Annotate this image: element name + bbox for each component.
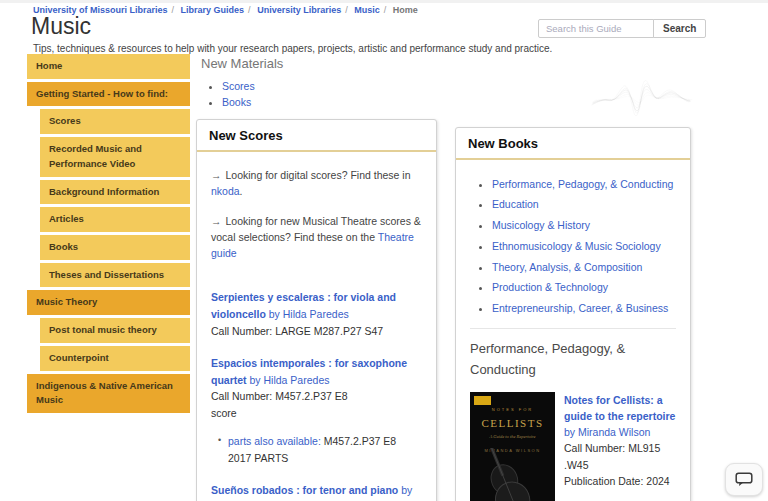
score-list-item: Serpientes y escaleras : for viola and v… <box>211 289 422 339</box>
breadcrumb-current: Home <box>393 5 418 15</box>
breadcrumb-separator: / <box>384 5 387 15</box>
guide-navigation: Home Getting Started - How to find: Scor… <box>27 54 190 416</box>
guide-search: Search <box>538 19 706 38</box>
list-item: Entrepreneurship, Career, & Business <box>492 300 676 316</box>
sidebar-item[interactable]: Background Information <box>40 180 190 205</box>
top-strip <box>0 0 768 3</box>
book-category-link[interactable]: Production & Technology <box>492 281 608 293</box>
new-scores-panel: New Scores →Looking for digital scores? … <box>196 119 437 501</box>
note-link[interactable]: nkoda <box>211 185 240 197</box>
cover-badge <box>474 396 491 405</box>
book-category-link[interactable]: Ethnomusicology & Music Sociology <box>492 240 661 252</box>
list-item: Production & Technology <box>492 279 676 295</box>
breadcrumb-separator: / <box>172 5 175 15</box>
publication-date: Publication Date: 2024 <box>564 473 676 489</box>
score-list-item: Sueños robados : for tenor and piano by … <box>211 482 422 501</box>
book-category-link[interactable]: Musicology & History <box>492 219 590 231</box>
list-item: Books <box>222 96 439 108</box>
sidebar-item[interactable]: Articles <box>40 207 190 232</box>
call-number: Call Number: LARGE M287.P27 S47 <box>211 323 422 340</box>
book-byline: by Miranda Wilson <box>564 426 650 438</box>
cello-illustration <box>470 448 555 501</box>
arrow-icon: → <box>211 169 222 181</box>
chat-button[interactable] <box>725 463 763 496</box>
sidebar-item[interactable]: Post tonal music theory <box>40 318 190 343</box>
also-available-row: parts also available: M457.2.P37 E8 2017… <box>218 433 422 467</box>
books-section-heading: Performance, Pedagogy, & Conducting <box>470 339 676 379</box>
book-category-link[interactable]: Theory, Analysis, & Composition <box>492 261 642 273</box>
list-item: Scores <box>222 80 439 92</box>
list-item: Theory, Analysis, & Composition <box>492 259 676 275</box>
breadcrumb-link[interactable]: Library Guides <box>181 5 245 15</box>
also-available-link[interactable]: parts also available: <box>228 435 321 447</box>
sidebar-item[interactable]: Counterpoint <box>40 346 190 371</box>
score-list-item: Espacios intemporales : for saxophone qu… <box>211 355 422 467</box>
new-materials-link[interactable]: Books <box>222 96 251 108</box>
sidebar-item[interactable]: Theses and Dissertations <box>40 263 190 288</box>
score-byline: by Hilda Paredes <box>247 374 330 386</box>
list-item: Ethnomusicology & Music Sociology <box>492 238 676 254</box>
sidebar-item[interactable]: Scores <box>40 109 190 134</box>
page-subtitle: Tips, techniques & resources to help wit… <box>33 43 552 54</box>
sidebar-item[interactable]: Home <box>27 54 190 79</box>
page-title: Music <box>31 13 91 40</box>
new-scores-heading: New Scores <box>197 120 436 152</box>
sidebar-item[interactable]: Books <box>40 235 190 260</box>
new-materials-section: New Materials Scores Books <box>201 56 439 112</box>
book-category-link[interactable]: Education <box>492 198 539 210</box>
list-item: Musicology & History <box>492 217 676 233</box>
soundwave-decoration <box>590 72 695 122</box>
chat-bubble-icon <box>735 472 753 487</box>
divider <box>470 328 676 329</box>
score-title-link[interactable]: Sueños robados : for tenor and piano <box>211 484 398 496</box>
sidebar-item[interactable]: Music Theory <box>27 290 190 315</box>
sidebar-item[interactable]: Recorded Music and Performance Video <box>40 137 190 176</box>
breadcrumb-separator: / <box>248 5 251 15</box>
format-note: score <box>211 405 422 422</box>
list-item: Performance, Pedagogy, & Conducting <box>492 176 676 192</box>
list-item: Education <box>492 196 676 212</box>
breadcrumb-separator: / <box>345 5 348 15</box>
call-number: Call Number: ML915 .W45 <box>564 440 676 473</box>
breadcrumb-link[interactable]: University Libraries <box>257 5 341 15</box>
book-category-link[interactable]: Entrepreneurship, Career, & Business <box>492 302 668 314</box>
search-input[interactable] <box>538 19 654 38</box>
book-list-item: NOTES FOR CELLISTS A Guide to the Repert… <box>470 392 676 501</box>
book-category-link[interactable]: Performance, Pedagogy, & Conducting <box>492 178 673 190</box>
score-note: →Looking for new Musical Theatre scores … <box>211 213 422 262</box>
call-number: Call Number: M457.2.P37 E8 <box>211 388 422 405</box>
book-title-link[interactable]: Notes for Cellists: a guide to the reper… <box>564 394 675 422</box>
score-note: →Looking for digital scores? Find these … <box>211 167 422 200</box>
new-books-heading: New Books <box>456 128 690 160</box>
new-materials-link[interactable]: Scores <box>222 80 255 92</box>
score-byline: by Hilda Paredes <box>266 308 349 320</box>
breadcrumb-link[interactable]: Music <box>354 5 380 15</box>
search-button[interactable]: Search <box>653 19 706 38</box>
new-books-panel: New Books Performance, Pedagogy, & Condu… <box>455 127 691 501</box>
book-cover-notes-for-cellists[interactable]: NOTES FOR CELLISTS A Guide to the Repert… <box>470 392 555 501</box>
sidebar-item[interactable]: Indigenous & Native American Music <box>27 374 190 413</box>
arrow-icon: → <box>211 215 222 227</box>
new-materials-heading: New Materials <box>201 56 439 71</box>
sidebar-item[interactable]: Getting Started - How to find: <box>27 82 190 107</box>
